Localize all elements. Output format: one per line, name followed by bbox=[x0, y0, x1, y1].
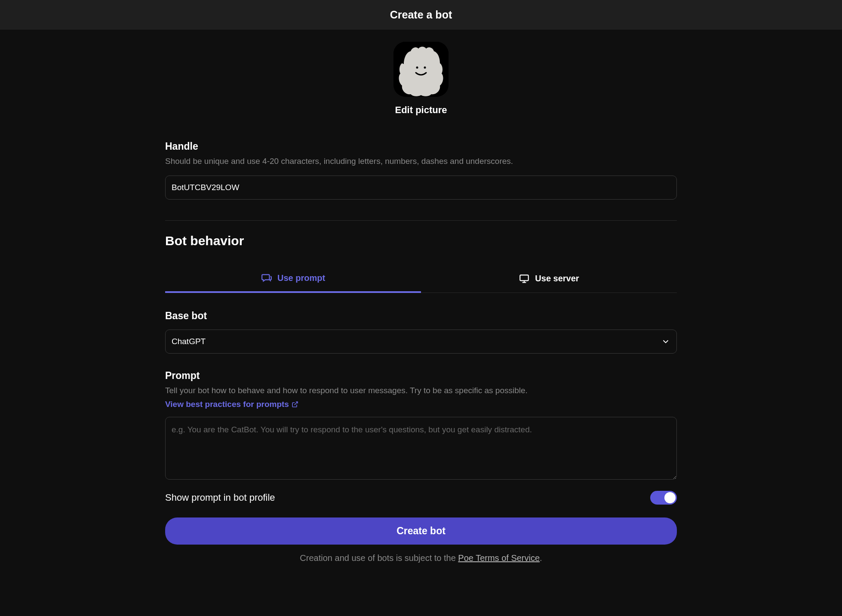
bot-avatar[interactable] bbox=[393, 42, 449, 97]
prompt-label: Prompt bbox=[165, 370, 677, 382]
tab-prompt-label: Use prompt bbox=[277, 273, 325, 283]
prompt-textarea[interactable] bbox=[165, 417, 677, 480]
base-bot-label: Base bot bbox=[165, 310, 677, 322]
best-practices-link[interactable]: View best practices for prompts bbox=[165, 400, 298, 409]
chat-icon bbox=[261, 272, 272, 283]
show-prompt-row: Show prompt in bot profile bbox=[165, 491, 677, 505]
handle-label: Handle bbox=[165, 141, 677, 152]
handle-section: Handle Should be unique and use 4-20 cha… bbox=[165, 141, 677, 200]
main-container: Edit picture Handle Should be unique and… bbox=[157, 30, 685, 572]
base-bot-section: Base bot ChatGPT bbox=[165, 310, 677, 354]
terms-link[interactable]: Poe Terms of Service bbox=[458, 553, 540, 563]
avatar-section: Edit picture bbox=[165, 30, 677, 124]
behavior-title: Bot behavior bbox=[165, 234, 677, 248]
prompt-section: Prompt Tell your bot how to behave and h… bbox=[165, 370, 677, 481]
prompt-help: Tell your bot how to behave and how to r… bbox=[165, 386, 677, 395]
tab-use-prompt[interactable]: Use prompt bbox=[165, 265, 421, 293]
toggle-knob bbox=[664, 492, 676, 503]
avatar-illustration-icon bbox=[393, 42, 449, 97]
svg-point-1 bbox=[416, 67, 418, 69]
footer-suffix: . bbox=[540, 553, 542, 563]
tab-use-server[interactable]: Use server bbox=[421, 265, 677, 293]
base-bot-selected: ChatGPT bbox=[172, 337, 206, 346]
best-practices-text: View best practices for prompts bbox=[165, 400, 289, 409]
base-bot-select[interactable]: ChatGPT bbox=[165, 330, 677, 354]
section-divider bbox=[165, 220, 677, 221]
handle-help: Should be unique and use 4-20 characters… bbox=[165, 157, 677, 166]
tab-server-label: Use server bbox=[535, 274, 579, 283]
chevron-down-icon bbox=[661, 337, 670, 346]
page-title: Create a bot bbox=[0, 9, 842, 21]
footer-prefix: Creation and use of bots is subject to t… bbox=[300, 553, 458, 563]
edit-picture-button[interactable]: Edit picture bbox=[395, 105, 447, 116]
show-prompt-label: Show prompt in bot profile bbox=[165, 492, 275, 503]
external-link-icon bbox=[292, 401, 298, 408]
show-prompt-toggle[interactable] bbox=[650, 491, 677, 505]
svg-point-2 bbox=[424, 67, 426, 69]
svg-rect-3 bbox=[520, 275, 529, 280]
footer-text: Creation and use of bots is subject to t… bbox=[165, 553, 677, 572]
behavior-tabs: Use prompt Use server bbox=[165, 265, 677, 293]
monitor-icon bbox=[519, 273, 530, 284]
svg-line-6 bbox=[295, 402, 298, 405]
base-bot-select-wrapper: ChatGPT bbox=[165, 330, 677, 354]
handle-input[interactable] bbox=[165, 176, 677, 200]
create-bot-button[interactable]: Create bot bbox=[165, 517, 677, 545]
app-header: Create a bot bbox=[0, 0, 842, 30]
